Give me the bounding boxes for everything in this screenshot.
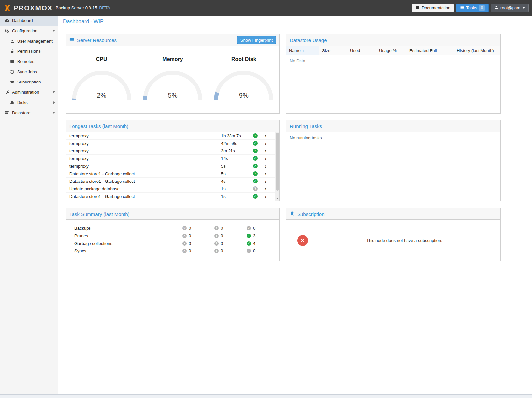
summary-label: Syncs [66, 249, 86, 253]
book-icon [415, 5, 420, 11]
error-circle-icon [182, 234, 187, 238]
cogs-icon [4, 29, 10, 33]
sidebar-item-remotes[interactable]: Remotes [0, 56, 58, 67]
column-header-usage-pct[interactable]: Usage % [376, 46, 407, 55]
brand-text: PROXMOX [14, 4, 53, 12]
sidebar-item-datastore[interactable]: Datastore [0, 108, 58, 118]
proxmox-logo: PROXMOX [3, 4, 53, 12]
task-row[interactable]: Datastore store1 - Garbage collect 4s [66, 178, 275, 185]
product-version: Backup Server 0.8-15 [56, 5, 97, 10]
ok-circle-icon [247, 226, 251, 230]
chevron-down-icon [53, 91, 55, 93]
task-duration: 5s [221, 171, 226, 176]
task-row[interactable]: termproxy 42m 58s [66, 140, 275, 147]
scrollbar-down-arrow[interactable] [275, 196, 279, 201]
sidebar-item-sync-jobs[interactable]: Sync Jobs [0, 67, 58, 77]
task-row[interactable]: termproxy 5s [66, 162, 275, 170]
ok-circle-icon [247, 241, 251, 246]
task-open-chevron-icon[interactable] [263, 186, 268, 192]
warning-circle-icon [214, 234, 219, 238]
tasks-button[interactable]: Tasks 0 [456, 4, 489, 12]
task-open-chevron-icon[interactable] [263, 141, 268, 146]
task-duration: 5s [221, 164, 226, 169]
no-subscription-icon [297, 235, 308, 246]
show-fingerprint-button[interactable]: Show Fingerprint [237, 36, 276, 44]
root-disk-gauge: Root Disk 9% [210, 56, 277, 113]
task-status-icon [253, 186, 258, 191]
sidebar-item-permissions[interactable]: Permissions [0, 46, 58, 56]
column-header-estimated-full[interactable]: Estimated Full [407, 46, 454, 55]
page-title: Dashboard - WIP [58, 16, 532, 28]
sidebar-item-configuration[interactable]: Configuration [0, 26, 58, 36]
task-row[interactable]: termproxy 1h 38m 7s [66, 132, 275, 140]
task-row[interactable]: Update package database 1s [66, 185, 275, 193]
task-status-icon [253, 194, 258, 199]
task-status-icon [253, 141, 258, 146]
server-resources-panel: Server Resources Show Fingerprint CPU [66, 34, 280, 114]
sidebar-item-subscription[interactable]: Subscription [0, 77, 58, 87]
datastore-usage-panel: Datastore Usage Name Size Used Usage % E… [286, 34, 501, 114]
task-open-chevron-icon[interactable] [263, 133, 268, 139]
task-duration: 1s [221, 194, 226, 199]
tasks-count-badge: 0 [479, 5, 485, 11]
task-status-icon [253, 164, 258, 168]
topbar-actions: Documentation Tasks 0 root@pam [412, 4, 529, 12]
sidebar-item-administration[interactable]: Administration [0, 87, 58, 97]
task-name: Datastore store1 - Garbage collect [66, 171, 135, 176]
summary-label: Prunes [66, 233, 88, 238]
task-name: termproxy [66, 149, 89, 153]
sidebar-item-disks[interactable]: Disks [0, 97, 58, 108]
beta-link[interactable]: BETA [99, 5, 110, 10]
sidebar: Dashboard Configuration User Management … [0, 16, 58, 394]
scrollbar-thumb[interactable] [276, 133, 279, 191]
task-name: termproxy [66, 141, 89, 146]
task-name: Datastore store1 - Garbage collect [66, 194, 135, 199]
ticket-icon [9, 80, 15, 84]
user-menu-button[interactable]: root@pam [491, 4, 529, 12]
task-list-icon [460, 5, 464, 11]
task-duration: 14s [221, 156, 228, 161]
column-header-history[interactable]: History (last Month) [454, 46, 500, 55]
resource-gauges: CPU 2% Memory [66, 46, 279, 113]
task-row[interactable]: Datastore store1 - Garbage collect 5s [66, 170, 275, 178]
chevron-down-icon [53, 30, 55, 32]
task-status-icon [253, 149, 258, 153]
column-header-used[interactable]: Used [347, 46, 376, 55]
task-duration: 1h 38m 7s [221, 133, 241, 138]
task-open-chevron-icon[interactable] [263, 148, 268, 154]
task-open-chevron-icon[interactable] [263, 171, 268, 177]
sidebar-item-user-management[interactable]: User Management [0, 36, 58, 46]
hdd-icon [9, 100, 15, 105]
chevron-down-icon [522, 7, 525, 9]
chevron-right-icon [53, 101, 55, 104]
task-duration: 42m 58s [221, 141, 237, 146]
empty-state-text: No running tasks [286, 132, 500, 201]
ok-circle-icon [247, 249, 251, 253]
longest-tasks-panel: Longest Tasks (last Month) termproxy 1h … [66, 120, 280, 201]
horizontal-scrollbar[interactable] [0, 394, 532, 398]
task-open-chevron-icon[interactable] [263, 194, 268, 199]
warning-circle-icon [214, 226, 219, 230]
summary-row: Syncs 0 0 0 [66, 247, 279, 255]
table-header: Name Size Used Usage % Estimated Full Hi… [286, 46, 500, 55]
task-duration: 1s [221, 186, 226, 191]
task-duration: 4s [221, 179, 226, 184]
documentation-button[interactable]: Documentation [412, 4, 454, 12]
task-open-chevron-icon[interactable] [263, 163, 268, 169]
memory-gauge: Memory 5% [139, 56, 206, 113]
task-open-chevron-icon[interactable] [263, 156, 268, 161]
task-row[interactable]: Datastore store1 - Garbage collect 1s [66, 193, 275, 200]
empty-state-text: No Data [286, 55, 500, 113]
task-name: termproxy [66, 156, 89, 161]
sidebar-item-dashboard[interactable]: Dashboard [0, 16, 58, 26]
task-row[interactable]: termproxy 14s [66, 155, 275, 162]
summary-row: Garbage collections 0 0 4 [66, 240, 279, 247]
scrollbar[interactable] [275, 132, 279, 201]
task-row[interactable]: termproxy 3m 21s [66, 147, 275, 155]
sync-icon [9, 70, 15, 74]
task-name: Update package database [66, 186, 120, 191]
column-header-name[interactable]: Name [286, 46, 319, 55]
task-open-chevron-icon[interactable] [263, 179, 268, 184]
column-header-size[interactable]: Size [319, 46, 347, 55]
error-circle-icon [182, 226, 187, 230]
